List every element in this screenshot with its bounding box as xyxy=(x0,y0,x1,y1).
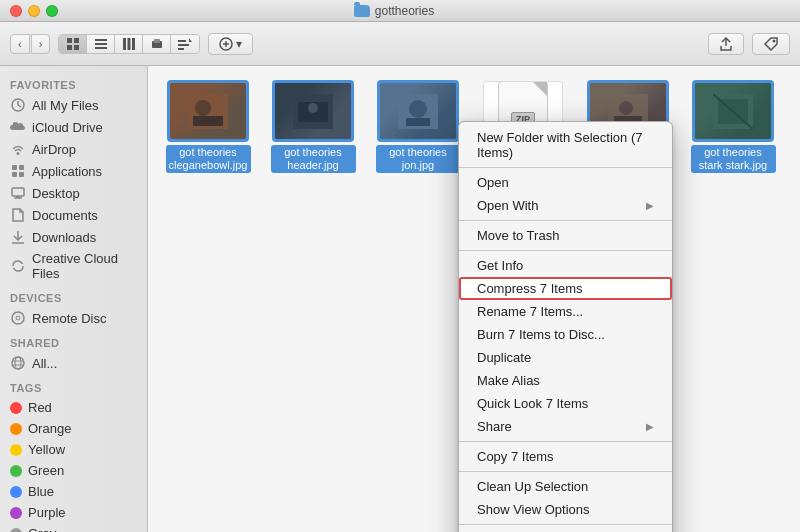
sidebar-item-red[interactable]: Red xyxy=(0,397,147,418)
cover-view-button[interactable] xyxy=(143,35,171,53)
svg-rect-3 xyxy=(74,45,79,50)
title-text: gottheories xyxy=(375,4,434,18)
submenu-arrow: ▶ xyxy=(646,200,654,211)
svg-marker-15 xyxy=(189,38,192,42)
sidebar-item-purple[interactable]: Purple xyxy=(0,502,147,523)
forward-button[interactable]: › xyxy=(31,34,51,54)
sidebar-item-blue[interactable]: Blue xyxy=(0,481,147,502)
svg-rect-48 xyxy=(406,118,430,126)
devices-label: Devices xyxy=(0,284,147,307)
file-item[interactable]: got theories cleganebowl.jpg xyxy=(163,81,253,187)
menu-item-move-to-trash[interactable]: Move to Trash xyxy=(459,224,672,247)
sidebar-item-label: Desktop xyxy=(32,186,80,201)
sidebar-item-gray[interactable]: Gray xyxy=(0,523,147,532)
sidebar-item-all-my-files[interactable]: All My Files xyxy=(0,94,147,116)
menu-item-compress[interactable]: Compress 7 Items xyxy=(459,277,672,300)
context-menu: New Folder with Selection (7 Items) Open… xyxy=(458,121,673,532)
sidebar-item-green[interactable]: Green xyxy=(0,460,147,481)
svg-point-50 xyxy=(619,101,633,115)
titlebar: gottheories xyxy=(0,0,800,22)
menu-item-burn[interactable]: Burn 7 Items to Disc... xyxy=(459,323,672,346)
sidebar-item-remote-disc[interactable]: Remote Disc xyxy=(0,307,147,329)
sidebar-item-airdrop[interactable]: AirDrop xyxy=(0,138,147,160)
svg-rect-13 xyxy=(178,44,189,46)
red-dot xyxy=(10,402,22,414)
menu-item-label: Move to Trash xyxy=(477,228,559,243)
sidebar-item-yellow[interactable]: Yellow xyxy=(0,439,147,460)
svg-rect-14 xyxy=(178,48,184,50)
menu-item-label: Get Info xyxy=(477,258,523,273)
svg-point-32 xyxy=(12,312,24,324)
svg-rect-2 xyxy=(67,45,72,50)
svg-point-47 xyxy=(409,100,427,118)
svg-line-54 xyxy=(713,94,753,129)
arrange-button[interactable] xyxy=(171,35,199,53)
menu-separator xyxy=(459,250,672,251)
zip-corner xyxy=(533,82,547,96)
menu-separator xyxy=(459,471,672,472)
file-label: got theories header.jpg xyxy=(271,145,356,173)
file-item[interactable]: got theories jon.jpg xyxy=(373,81,463,187)
back-button[interactable]: ‹ xyxy=(10,34,30,54)
menu-item-clean-up[interactable]: Clean Up Selection xyxy=(459,475,672,498)
image-preview xyxy=(170,83,246,139)
minimize-button[interactable] xyxy=(28,5,40,17)
sidebar-item-downloads[interactable]: Downloads xyxy=(0,226,147,248)
sidebar-item-creative-cloud[interactable]: Creative Cloud Files xyxy=(0,248,147,284)
file-thumbnail xyxy=(378,81,458,141)
sidebar-item-label: All... xyxy=(32,356,57,371)
file-thumbnail xyxy=(693,81,773,141)
blue-dot xyxy=(10,486,22,498)
menu-item-quick-look[interactable]: Quick Look 7 Items xyxy=(459,392,672,415)
menu-item-label: Open xyxy=(477,175,509,190)
sidebar-item-label: Downloads xyxy=(32,230,96,245)
svg-point-23 xyxy=(17,152,20,155)
sidebar-item-icloud[interactable]: iCloud Drive xyxy=(0,116,147,138)
menu-item-open[interactable]: Open xyxy=(459,171,672,194)
file-thumbnail xyxy=(273,81,353,141)
yellow-dot xyxy=(10,444,22,456)
image-preview xyxy=(275,83,351,139)
main-layout: Favorites All My Files iCloud Drive AirD… xyxy=(0,66,800,532)
svg-rect-24 xyxy=(12,165,17,170)
menu-separator xyxy=(459,524,672,525)
svg-rect-26 xyxy=(12,172,17,177)
sidebar-item-orange[interactable]: Orange xyxy=(0,418,147,439)
action-button[interactable]: ▾ xyxy=(208,33,253,55)
column-view-button[interactable] xyxy=(115,35,143,53)
favorites-label: Favorites xyxy=(0,71,147,94)
sidebar-item-documents[interactable]: Documents xyxy=(0,204,147,226)
sidebar-item-applications[interactable]: Applications xyxy=(0,160,147,182)
file-item[interactable]: got theories header.jpg xyxy=(268,81,358,187)
file-item[interactable]: got theories stark stark.jpg xyxy=(688,81,778,187)
menu-item-new-folder[interactable]: New Folder with Selection (7 Items) xyxy=(459,126,672,164)
sidebar-item-all[interactable]: All... xyxy=(0,352,147,374)
menu-item-duplicate[interactable]: Duplicate xyxy=(459,346,672,369)
menu-item-rename[interactable]: Rename 7 Items... xyxy=(459,300,672,323)
icon-view-button[interactable] xyxy=(59,35,87,53)
sidebar-item-desktop[interactable]: Desktop xyxy=(0,182,147,204)
menu-item-view-options[interactable]: Show View Options xyxy=(459,498,672,521)
menu-item-open-with[interactable]: Open With ▶ xyxy=(459,194,672,217)
svg-rect-1 xyxy=(74,38,79,43)
share-button[interactable] xyxy=(708,33,744,55)
svg-point-19 xyxy=(773,39,776,42)
documents-icon xyxy=(10,207,26,223)
menu-item-share[interactable]: Share ▶ xyxy=(459,415,672,438)
tag-button[interactable] xyxy=(752,33,790,55)
window-title: gottheories xyxy=(354,4,434,18)
menu-item-make-alias[interactable]: Make Alias xyxy=(459,369,672,392)
menu-item-get-info[interactable]: Get Info xyxy=(459,254,672,277)
image-preview xyxy=(695,83,771,139)
menu-item-label: Rename 7 Items... xyxy=(477,304,583,319)
close-button[interactable] xyxy=(10,5,22,17)
tag-label: Green xyxy=(28,463,64,478)
menu-item-copy[interactable]: Copy 7 Items xyxy=(459,445,672,468)
maximize-button[interactable] xyxy=(46,5,58,17)
orange-dot xyxy=(10,423,22,435)
list-view-button[interactable] xyxy=(87,35,115,53)
menu-item-tags[interactable]: Tags... xyxy=(459,528,672,532)
disc-icon xyxy=(10,310,26,326)
svg-point-33 xyxy=(16,316,20,320)
tag-label: Red xyxy=(28,400,52,415)
